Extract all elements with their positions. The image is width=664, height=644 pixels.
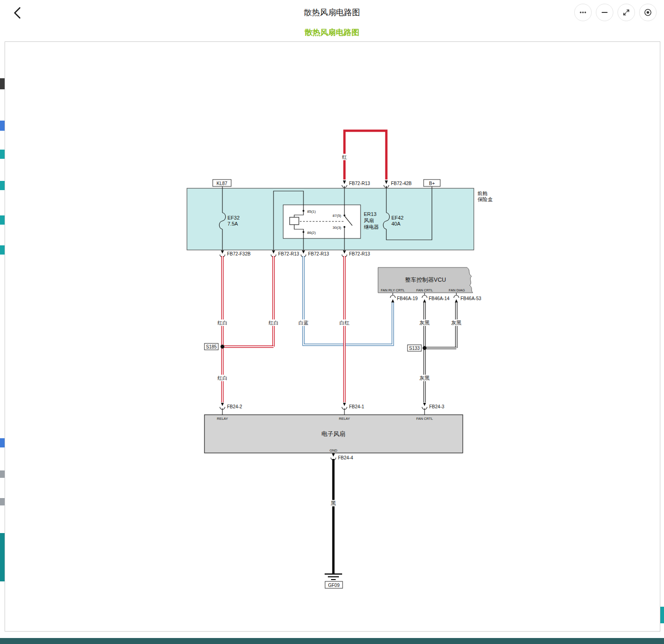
connector-fb72-42b-top: FB72-42B xyxy=(384,180,412,188)
back-button[interactable] xyxy=(9,4,27,21)
relay-name-line3: 继电器 xyxy=(364,224,379,230)
fuse-ef42-name: EF42 xyxy=(391,215,403,220)
sidebar-icon-fragment xyxy=(0,215,5,225)
fan-title: 电子风扇 xyxy=(321,430,345,437)
splice-label: S133 xyxy=(409,346,420,351)
ground-symbol xyxy=(325,574,342,580)
wire-label-black: 黑 xyxy=(330,500,337,506)
sidebar-icon-fragment xyxy=(0,533,5,581)
chevron-left-icon xyxy=(9,4,27,21)
relay-pin-30: 30(3) xyxy=(332,226,341,230)
relay-pin-86: 86(2) xyxy=(307,231,316,235)
sidebar-icon-fragment xyxy=(0,78,5,89)
connector-fb46a-19: FB46A-19 xyxy=(390,293,418,302)
page-title: 散热风扇电路图 xyxy=(304,0,361,25)
bottom-bar xyxy=(0,638,664,644)
wire-label-text: 红白 xyxy=(268,320,279,325)
more-options-icon xyxy=(578,8,588,17)
sidebar-icon-fragment xyxy=(0,245,5,255)
relay-name-line2: 风扇 xyxy=(364,218,374,223)
wire-label-text: 灰黑 xyxy=(451,320,461,325)
wire-label-text: 红白 xyxy=(217,320,227,325)
wire-label-grayblack-a: 灰黑 xyxy=(419,319,431,326)
fuse-ef32-rating: 7.5A xyxy=(227,221,238,226)
right-edge-fragment xyxy=(660,607,664,623)
wire-label-redwhite-c: 红白 xyxy=(216,375,228,381)
connector-label: FB72-R13 xyxy=(308,251,329,256)
connector-label: FB72-F32B xyxy=(227,251,250,256)
fuse-ef42-rating: 40A xyxy=(391,221,401,226)
connector-fb46a-53: FB46A-53 xyxy=(454,293,482,302)
wire-label-text: 灰黑 xyxy=(419,375,430,381)
fan-pin-gnd: GND xyxy=(330,448,338,453)
kl87-label: KL87 xyxy=(216,181,227,186)
vcu-pin-fan-crtl: FAN CRTL xyxy=(416,288,433,292)
sidebar-icon-fragment xyxy=(0,498,5,505)
ground-label: GF09 xyxy=(328,583,339,588)
wire-label-whitered: 白红 xyxy=(338,319,350,326)
diagram-title: 散热风扇电路图 xyxy=(0,25,664,41)
wire-label-redwhite-b: 红白 xyxy=(268,319,280,326)
diagram-canvas[interactable]: 前舱 保险盒 EF32 7.5A xyxy=(5,41,660,632)
record-button[interactable] xyxy=(639,4,657,21)
sidebar-icon-fragment xyxy=(0,181,5,190)
wire-label-text: 红白 xyxy=(217,375,227,381)
connector-label: FB46A-14 xyxy=(429,296,449,301)
sidebar-icon-fragment xyxy=(0,121,5,131)
connector-fb24-3: FB24-3 xyxy=(422,403,445,415)
fusebox-name-line1: 前舱 xyxy=(477,191,488,196)
relay-pin-87: 87(5) xyxy=(332,214,341,218)
wire-label-grayblack-c: 灰黑 xyxy=(419,375,431,381)
connector-label: FB46A-19 xyxy=(397,296,418,301)
wire-label-red: 红 xyxy=(341,154,348,160)
connector-fb72-r13-bot2: FB72-R13 xyxy=(301,250,330,257)
connector-fb72-r13-bot3: FB72-R13 xyxy=(342,250,371,257)
connector-label: FB24-1 xyxy=(349,404,364,409)
splice-label: S185 xyxy=(206,344,217,349)
fusebox-name-line2: 保险盒 xyxy=(478,197,493,202)
connector-label: FB72-R13 xyxy=(349,251,370,256)
vcu-title: 整车控制器VCU xyxy=(405,277,446,283)
app-window: 散热风扇电路图 xyxy=(0,0,664,644)
connector-fb24-1: FB24-1 xyxy=(342,403,365,415)
wire-label-grayblack-b: 灰黑 xyxy=(450,319,462,326)
sidebar-icon-fragment xyxy=(0,150,5,159)
fusebox-top-connectors: FB72-R13 FB72-42B xyxy=(342,180,412,188)
wire-label-text: 白蓝 xyxy=(298,320,309,325)
wire-label-text: 灰黑 xyxy=(419,320,430,325)
window-controls xyxy=(574,4,657,21)
connector-fb24-2: FB24-2 xyxy=(220,403,243,415)
fullscreen-icon xyxy=(622,8,631,17)
sidebar-icon-fragment xyxy=(0,470,5,478)
fullscreen-button[interactable] xyxy=(617,4,635,21)
connector-label: FB72-42B xyxy=(391,181,412,186)
connector-label: FB24-2 xyxy=(227,404,242,409)
fan-pin-relay1: RELAY xyxy=(217,417,228,421)
wire-label-text: 白红 xyxy=(339,320,349,325)
vcu-pin-fan-rly: FAN RLY CRTL xyxy=(381,288,405,292)
connector-fb72-f32b: FB72-F32B xyxy=(220,250,251,257)
fan-pin-ctrl: FAN CRTL xyxy=(416,417,433,421)
connector-label: FB24-4 xyxy=(338,455,353,460)
relay-name: ER13 xyxy=(364,211,377,217)
wire-label-text: 黑 xyxy=(331,500,336,506)
more-options-button[interactable] xyxy=(574,4,592,21)
fan-pin-relay2: RELAY xyxy=(339,417,350,421)
fan-module: FB24-2 FB24-1 FB24-3 RELAY RELAY FA xyxy=(204,403,463,453)
vcu-pin-fan-diag: FAN DIAG xyxy=(448,288,465,292)
minimize-icon xyxy=(600,8,609,17)
record-icon xyxy=(643,8,652,17)
wiring-diagram-svg: 前舱 保险盒 EF32 7.5A xyxy=(5,42,661,632)
relay-pin-85: 85(1) xyxy=(307,209,316,214)
vcu-module: 整车控制器VCU FAN RLY CRTL FAN CRTL FAN DIAG … xyxy=(378,267,481,302)
connector-fb46a-14: FB46A-14 xyxy=(422,293,450,302)
sidebar-icon-fragment xyxy=(0,438,5,447)
connector-label: FB72-R13 xyxy=(349,181,370,186)
ground-circuit: FB24-4 黑 GF09 xyxy=(325,453,353,588)
minimize-button[interactable] xyxy=(596,4,613,21)
fuse-ef32-name: EF32 xyxy=(227,215,239,220)
fusebox: 前舱 保险盒 EF32 7.5A xyxy=(187,180,493,250)
connector-label: FB72-R13 xyxy=(278,251,299,256)
connector-fb72-r13-top: FB72-R13 xyxy=(342,180,371,188)
wire-label-whiteblue: 白蓝 xyxy=(297,319,309,326)
